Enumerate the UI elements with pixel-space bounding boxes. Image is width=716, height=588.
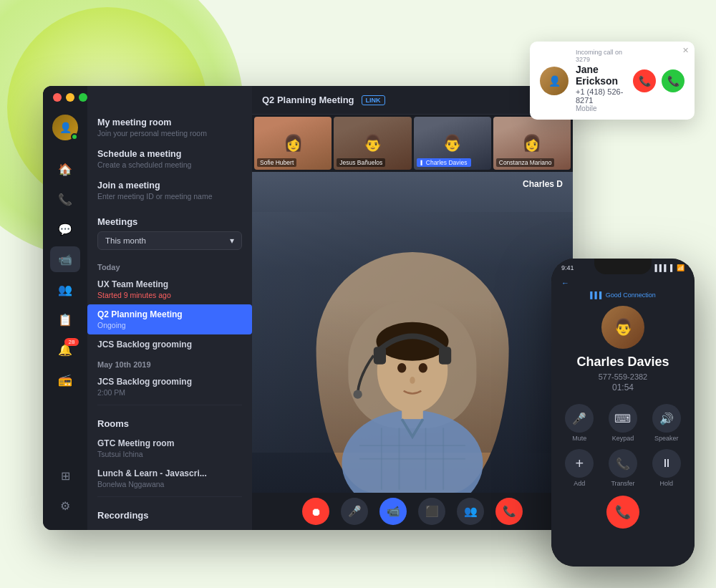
video-header: Q2 Planning Meeting LINK ⊞ 👥 xyxy=(252,86,573,115)
keypad-ctrl-btn[interactable]: ⌨ xyxy=(609,404,637,433)
gtc-room-sub: Tsutsui Ichina xyxy=(97,450,242,458)
svg-point-8 xyxy=(397,363,406,373)
thumb-jesus[interactable]: 👨 Jesus Bañuelos xyxy=(334,117,411,170)
end-call-button[interactable]: 📞 xyxy=(495,498,523,525)
meetings-section-header: Meetings xyxy=(87,206,252,231)
link-badge[interactable]: LINK xyxy=(362,95,385,105)
jcs-backlog-may-item[interactable]: JCS Backlog grooming 2:00 PM xyxy=(87,372,252,402)
svg-point-7 xyxy=(353,390,362,398)
add-ctrl-btn[interactable]: + xyxy=(565,449,594,478)
keypad-control[interactable]: ⌨ Keypad xyxy=(605,404,642,442)
participants-button[interactable]: 👥 xyxy=(457,498,484,525)
accept-call-button[interactable]: 📞 xyxy=(662,69,684,92)
speaker-label-btn: Speaker xyxy=(654,435,679,442)
hold-label: Hold xyxy=(659,480,673,487)
sidebar-item-notifications[interactable]: 🔔 xyxy=(50,337,80,362)
mobile-phone: 9:41 ▌▌▌ ▌ 📶 ← ▌▌▌ Good Connection 👨 Cha… xyxy=(551,259,695,567)
caller-avatar: 👤 xyxy=(540,67,569,95)
hold-ctrl-btn[interactable]: ⏸ xyxy=(652,449,681,478)
my-meeting-room-title: My meeting room xyxy=(97,117,242,127)
gtc-meeting-room-item[interactable]: GTC Meeting room Tsutsui Ichina xyxy=(87,433,252,463)
charles-active-indicator: Charles Davies xyxy=(417,158,472,167)
mute-label: Mute xyxy=(572,435,586,442)
schedule-meeting-item[interactable]: Schedule a meeting Create a scheduled me… xyxy=(87,143,252,175)
gtc-room-title: GTC Meeting room xyxy=(97,438,242,448)
incoming-call-meta: Incoming call on 3279 xyxy=(576,49,626,63)
phone-back-button[interactable]: ← xyxy=(551,274,695,291)
caller-info: Incoming call on 3279 Jane Erickson +1 (… xyxy=(576,49,626,112)
thumb-sofie[interactable]: 👩 Sofie Hubert xyxy=(254,117,332,170)
close-notification-button[interactable]: ✕ xyxy=(682,46,689,55)
video-button[interactable]: 📹 xyxy=(379,498,407,525)
svg-point-10 xyxy=(410,377,415,384)
left-panel: My meeting room Join your personal meeti… xyxy=(87,86,252,530)
today-label: Today xyxy=(87,257,252,274)
mute-control[interactable]: 🎤 Mute xyxy=(561,404,598,442)
mute-ctrl-btn[interactable]: 🎤 xyxy=(565,404,594,433)
user-avatar[interactable]: 👤 xyxy=(52,115,78,140)
ux-team-meeting-item[interactable]: UX Team Meeting Started 9 minutes ago xyxy=(87,274,252,304)
lunch-learn-title: Lunch & Learn - Javascri... xyxy=(97,468,242,478)
design-systems-recording[interactable]: Design Systems Oct 10th at 3:00PM xyxy=(87,525,252,530)
join-meeting-sub: Enter meeting ID or meeting name xyxy=(97,192,242,201)
record-button[interactable]: ⏺ xyxy=(302,498,329,525)
sidebar-item-apps[interactable]: ⊞ xyxy=(50,463,80,488)
phone-notch xyxy=(594,259,652,274)
phone-end-call-button[interactable]: 📞 xyxy=(606,496,639,529)
sofie-name: Sofie Hubert xyxy=(257,158,296,167)
speaker-label: Charles D xyxy=(523,179,563,189)
thumb-charles[interactable]: 👨 Charles Davies xyxy=(414,117,491,170)
connection-status: ▌▌▌ Good Connection xyxy=(551,291,695,299)
recordings-divider xyxy=(97,496,242,497)
phone-controls-grid: 🎤 Mute ⌨ Keypad 🔊 Speaker + Add 📞 Transf… xyxy=(551,401,695,490)
sidebar-item-phone[interactable]: 📞 xyxy=(50,186,80,212)
online-indicator xyxy=(71,133,78,140)
minimize-button[interactable] xyxy=(66,93,74,102)
sidebar-item-chat[interactable]: 💬 xyxy=(50,216,80,242)
filter-value: This month xyxy=(105,236,146,245)
charles-name-thumb: Charles Davies xyxy=(426,159,468,166)
maximize-button[interactable] xyxy=(79,93,87,102)
screen-share-button[interactable]: ⬛ xyxy=(418,498,445,525)
rooms-section-header: Rooms xyxy=(87,408,252,433)
my-meeting-room-item[interactable]: My meeting room Join your personal meeti… xyxy=(87,112,252,143)
q2-planning-meeting-item[interactable]: Q2 Planning Meeting Ongoing xyxy=(87,304,252,334)
lunch-learn-sub: Bonelwa Nggawana xyxy=(97,480,242,488)
signal-icons: ▌▌▌ ▌ 📶 xyxy=(654,264,684,271)
sidebar-item-voicemail[interactable]: 📻 xyxy=(50,367,80,392)
transfer-label: Transfer xyxy=(611,480,634,487)
sidebar-item-contacts[interactable]: 👥 xyxy=(50,276,80,302)
decline-call-button[interactable]: 📞 xyxy=(633,69,656,92)
constanza-name: Constanza Mariano xyxy=(496,158,555,167)
incoming-call-notification: ✕ 👤 Incoming call on 3279 Jane Erickson … xyxy=(530,42,695,120)
call-duration: 01:54 xyxy=(551,382,695,392)
sidebar-item-video[interactable]: 📹 xyxy=(50,246,80,272)
may10-label: May 10th 2019 xyxy=(87,355,252,372)
sidebar-item-home[interactable]: 🏠 xyxy=(50,156,80,182)
phone-screen: 9:41 ▌▌▌ ▌ 📶 ← ▌▌▌ Good Connection 👨 Cha… xyxy=(551,259,695,567)
add-control[interactable]: + Add xyxy=(561,449,598,487)
meetings-filter-select[interactable]: This month ▾ xyxy=(97,231,242,250)
lunch-learn-room-item[interactable]: Lunch & Learn - Javascri... Bonelwa Ngga… xyxy=(87,463,252,493)
transfer-control[interactable]: 📞 Transfer xyxy=(605,449,642,487)
thumb-constanza[interactable]: 👩 Constanza Mariano xyxy=(493,117,571,170)
main-video-area: Q2 Planning Meeting LINK ⊞ 👥 👩 Sofie Hub… xyxy=(252,86,573,530)
speaker-ctrl-btn[interactable]: 🔊 xyxy=(652,404,681,433)
caller-name: Jane Erickson xyxy=(576,64,626,87)
speaker-control[interactable]: 🔊 Speaker xyxy=(648,404,684,442)
ux-team-meeting-sub: Started 9 minutes ago xyxy=(97,291,242,299)
sidebar-item-tasks[interactable]: 📋 xyxy=(50,307,80,332)
sidebar-item-settings[interactable]: ⚙ xyxy=(50,493,80,519)
desktop-app: 👤 🏠 📞 💬 📹 👥 📋 🔔 📻 ⊞ ⚙ My meeting room Jo… xyxy=(43,86,573,530)
hold-control[interactable]: ⏸ Hold xyxy=(648,449,684,487)
caller-number: +1 (418) 526-8271 xyxy=(576,87,626,105)
jcs-backlog-item[interactable]: JCS Backlog grooming xyxy=(87,334,252,355)
jcs-backlog-title: JCS Backlog grooming xyxy=(97,339,242,350)
transfer-ctrl-btn[interactable]: 📞 xyxy=(609,449,637,478)
sidebar: 👤 🏠 📞 💬 📹 👥 📋 🔔 📻 ⊞ ⚙ xyxy=(43,86,87,530)
charles-person-svg xyxy=(324,204,500,493)
join-meeting-item[interactable]: Join a meeting Enter meeting ID or meeti… xyxy=(87,175,252,206)
caller-type: Mobile xyxy=(576,105,626,112)
close-button[interactable] xyxy=(53,93,62,102)
mute-button[interactable]: 🎤 xyxy=(341,498,368,525)
